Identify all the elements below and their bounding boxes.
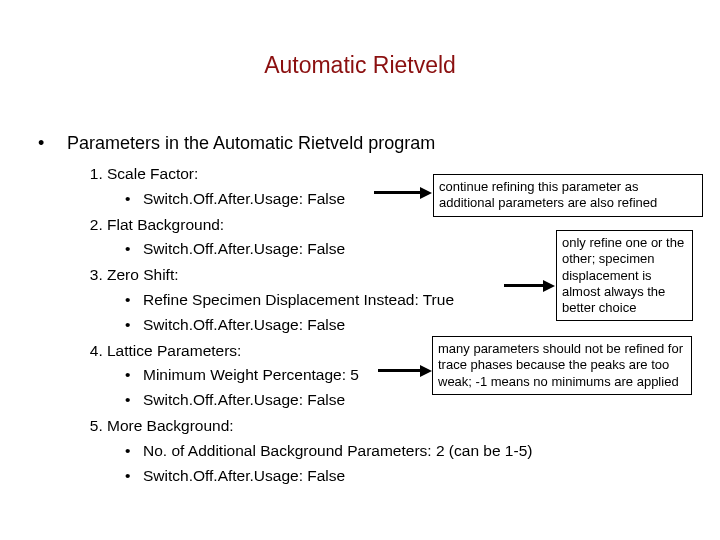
arrow-icon: [378, 369, 422, 372]
arrow-icon: [504, 284, 545, 287]
arrow-icon: [374, 191, 422, 194]
sub-item: Switch.Off.After.Usage: False: [129, 464, 532, 489]
item-label: Flat Background:: [107, 216, 224, 233]
sub-item: Refine Specimen Displacement Instead: Tr…: [129, 288, 532, 313]
list-item: More Background: No. of Additional Backg…: [107, 414, 532, 488]
list-item: Zero Shift: Refine Specimen Displacement…: [107, 263, 532, 337]
bullet-icon: •: [38, 133, 44, 154]
slide: Automatic Rietveld • Parameters in the A…: [0, 0, 720, 540]
arrow-head-icon: [420, 365, 432, 377]
arrow-head-icon: [420, 187, 432, 199]
sub-item: Switch.Off.After.Usage: False: [129, 237, 532, 262]
item-label: Lattice Parameters:: [107, 342, 241, 359]
item-label: More Background:: [107, 417, 234, 434]
slide-title: Automatic Rietveld: [0, 52, 720, 79]
item-label: Zero Shift:: [107, 266, 179, 283]
sub-item: Switch.Off.After.Usage: False: [129, 313, 532, 338]
callout-box: many parameters should not be refined fo…: [432, 336, 692, 395]
callout-box: only refine one or the other; specimen d…: [556, 230, 693, 321]
item-label: Scale Factor:: [107, 165, 198, 182]
sub-item: No. of Additional Background Parameters:…: [129, 439, 532, 464]
arrow-head-icon: [543, 280, 555, 292]
list-item: Flat Background: Switch.Off.After.Usage:…: [107, 213, 532, 263]
slide-subtitle: Parameters in the Automatic Rietveld pro…: [67, 133, 435, 154]
callout-box: continue refining this parameter as addi…: [433, 174, 703, 217]
